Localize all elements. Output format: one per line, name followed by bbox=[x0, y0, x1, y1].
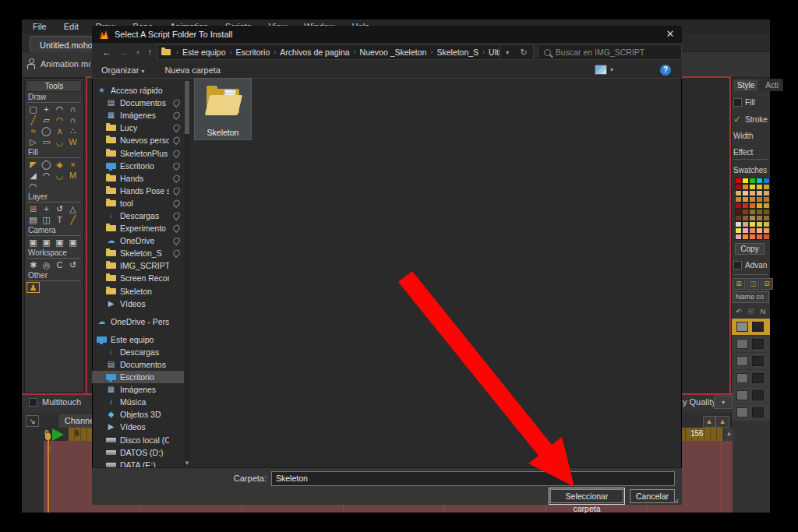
color-swatch[interactable] bbox=[735, 234, 742, 240]
tool-icon[interactable]: ◯ bbox=[40, 125, 53, 136]
color-swatch[interactable] bbox=[749, 209, 756, 215]
tool-icon[interactable]: △ bbox=[66, 203, 79, 214]
tool-icon[interactable]: ◈ bbox=[53, 159, 66, 170]
color-swatch[interactable] bbox=[756, 209, 763, 215]
tool-icon[interactable]: ◠ bbox=[26, 181, 40, 192]
color-swatch[interactable] bbox=[735, 196, 742, 203]
layer-row[interactable] bbox=[732, 336, 770, 352]
timeline-scroll-up-button[interactable]: ▲ bbox=[724, 428, 734, 441]
breadcrumb-segment[interactable]: Ultimo_de ultimo › bbox=[487, 48, 500, 57]
layer-visibility-toggle[interactable] bbox=[736, 339, 748, 349]
tool-icon[interactable]: ◠ bbox=[40, 170, 53, 181]
color-swatch[interactable] bbox=[749, 215, 756, 221]
search-input[interactable]: Buscar en IMG_SCRIPT bbox=[538, 44, 682, 60]
layer-visibility-toggle[interactable] bbox=[736, 373, 748, 383]
tool-icon[interactable]: ◡ bbox=[53, 136, 66, 147]
sidebar-item[interactable]: Skeleton_S bbox=[92, 247, 184, 259]
sidebar-item[interactable]: Experimento bbox=[92, 222, 184, 234]
tool-icon[interactable]: ∩ bbox=[66, 104, 79, 115]
sidebar-item[interactable]: Escritorio bbox=[92, 160, 184, 172]
cancel-button[interactable]: Cancelar bbox=[630, 489, 675, 503]
color-swatch[interactable] bbox=[735, 221, 742, 227]
sidebar-item[interactable]: ▶ Vídeos bbox=[92, 421, 184, 433]
breadcrumb-segment[interactable]: Archivos de pagina › bbox=[278, 48, 358, 57]
tool-icon[interactable]: ↺ bbox=[66, 259, 79, 270]
tool-icon[interactable]: ∩ bbox=[66, 115, 79, 125]
menu-item[interactable]: Edit bbox=[64, 22, 79, 31]
stroke-checkbox-row[interactable]: ✓ Stroke bbox=[733, 114, 769, 125]
sidebar-scroll-down-icon[interactable]: ▼ bbox=[183, 460, 191, 467]
sidebar-item[interactable]: Disco local (C:) bbox=[92, 434, 184, 446]
color-swatch[interactable] bbox=[749, 203, 756, 209]
tab-actions[interactable]: Acti bbox=[761, 79, 783, 91]
color-swatch[interactable] bbox=[735, 215, 742, 221]
tool-icon[interactable]: ▢ bbox=[26, 104, 40, 115]
color-swatch[interactable] bbox=[742, 178, 749, 184]
sidebar-item[interactable]: ↓ Descargas bbox=[92, 210, 184, 222]
file-tile-skeleton[interactable]: Skeleton bbox=[194, 78, 252, 140]
tool-icon[interactable]: ◠ bbox=[53, 104, 66, 115]
select-folder-button[interactable]: Seleccionar carpeta bbox=[550, 489, 623, 503]
tool-icon[interactable]: ▷ bbox=[26, 136, 40, 147]
color-swatch[interactable] bbox=[756, 203, 763, 209]
color-swatch[interactable] bbox=[742, 221, 749, 227]
color-swatch[interactable] bbox=[756, 178, 763, 184]
tool-icon[interactable]: ╱ bbox=[26, 115, 40, 125]
layer-row[interactable] bbox=[732, 370, 770, 386]
quality-dropdown[interactable]: ▾ bbox=[714, 396, 733, 409]
tool-icon[interactable]: ▣ bbox=[53, 237, 66, 248]
sidebar-item[interactable]: IMG_SCRIPT bbox=[92, 259, 184, 272]
tool-icon[interactable]: W bbox=[66, 136, 79, 147]
sidebar-item[interactable]: tool bbox=[92, 197, 184, 210]
new-layer-button[interactable]: ⊞ bbox=[733, 278, 745, 290]
tool-icon[interactable]: ▣ bbox=[66, 237, 79, 248]
organize-menu[interactable]: Organizar ▾ bbox=[101, 65, 144, 75]
address-dropdown-icon[interactable]: ▾ bbox=[506, 49, 509, 56]
tool-icon[interactable]: ▣ bbox=[26, 237, 40, 248]
breadcrumb-segment[interactable]: Skeleton_S › bbox=[435, 48, 487, 57]
color-swatch[interactable] bbox=[749, 178, 756, 184]
tool-icon[interactable]: ◯ bbox=[40, 159, 53, 170]
tool-icon[interactable]: T bbox=[53, 214, 66, 225]
sidebar-item[interactable]: DATOS (D:) bbox=[92, 446, 184, 459]
tool-icon[interactable]: M bbox=[66, 170, 79, 181]
sidebar-item[interactable]: ▶ Vídeos bbox=[92, 298, 184, 310]
color-swatch[interactable] bbox=[756, 184, 763, 190]
layer-row[interactable] bbox=[732, 353, 770, 369]
close-icon[interactable]: ✕ bbox=[659, 26, 682, 43]
tool-icon[interactable]: ╱ bbox=[66, 214, 79, 225]
color-swatch[interactable] bbox=[763, 221, 770, 227]
color-swatch[interactable] bbox=[742, 227, 749, 234]
breadcrumb-segment[interactable]: Nuevoo _Skeleton › bbox=[358, 48, 436, 57]
sidebar-item[interactable]: ↓ Descargas bbox=[92, 346, 184, 358]
sidebar-item[interactable]: ☁ OneDrive bbox=[92, 234, 184, 247]
color-swatch[interactable] bbox=[742, 184, 749, 190]
breadcrumb[interactable]: › Este equipo › Escritorio › Archivos de… bbox=[157, 44, 500, 60]
sidebar-item[interactable]: Hands bbox=[92, 172, 184, 185]
help-icon[interactable]: ? bbox=[660, 65, 671, 76]
tool-icon[interactable]: ↺ bbox=[53, 203, 66, 214]
tool-icon[interactable]: ◫ bbox=[40, 214, 53, 225]
tool-icon[interactable]: + bbox=[40, 104, 53, 115]
color-swatch[interactable] bbox=[749, 184, 756, 190]
color-swatch[interactable] bbox=[735, 203, 742, 209]
sidebar-item[interactable]: Lucy bbox=[92, 122, 184, 134]
sidebar-item[interactable]: Escritorio bbox=[92, 371, 184, 383]
tool-icon[interactable]: ◤ bbox=[26, 159, 40, 170]
duplicate-layer-button[interactable]: ◫ bbox=[747, 278, 759, 290]
color-swatch[interactable] bbox=[756, 221, 763, 227]
advanced-checkbox-row[interactable]: Advan bbox=[733, 259, 769, 270]
color-swatch[interactable] bbox=[749, 190, 756, 196]
color-swatch[interactable] bbox=[742, 215, 749, 221]
menu-item[interactable]: File bbox=[33, 22, 47, 31]
color-swatch[interactable] bbox=[763, 215, 770, 221]
new-folder-button[interactable]: Nueva carpeta bbox=[164, 65, 221, 75]
layer-row[interactable] bbox=[732, 404, 770, 421]
multitouch-toggle[interactable]: Multitouch bbox=[29, 397, 81, 407]
layer-visibility-toggle[interactable] bbox=[736, 407, 748, 417]
tool-icon[interactable]: ♟ bbox=[26, 282, 40, 293]
color-swatch[interactable] bbox=[756, 215, 763, 221]
tool-icon[interactable]: + bbox=[40, 203, 53, 214]
color-swatch[interactable] bbox=[742, 234, 749, 240]
layer-row[interactable] bbox=[732, 319, 770, 335]
